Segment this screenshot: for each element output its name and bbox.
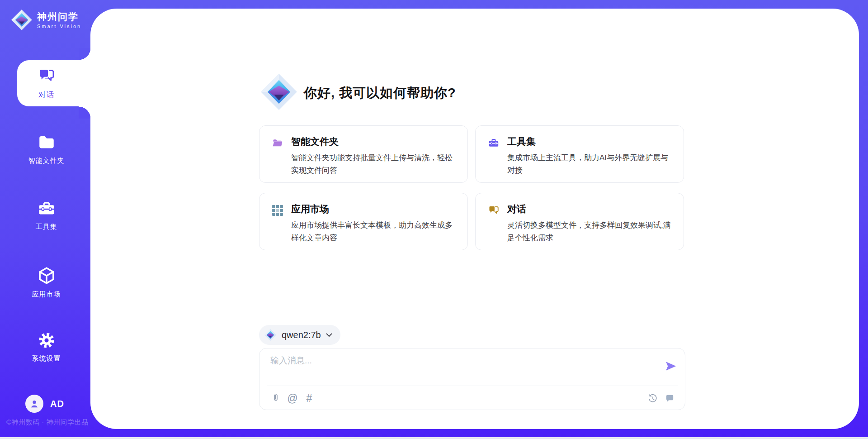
main-panel: 你好, 我可以如何帮助你? 智能文件夹 智能文件夹功能支持批量文件上传与清洗，轻… [90, 9, 859, 429]
brand-name: 神州问学 [37, 11, 81, 23]
toolbox-icon [37, 199, 56, 218]
user-account[interactable]: AD [25, 395, 64, 413]
sidebar-item-label: 智能文件夹 [0, 157, 93, 165]
attach-button[interactable] [270, 393, 281, 404]
user-initials: AD [50, 399, 64, 409]
hash-icon: # [307, 393, 312, 404]
model-selector[interactable]: qwen2:7b [259, 325, 340, 345]
toolbox-icon [488, 137, 500, 149]
sidebar-item-label: 工具集 [0, 223, 93, 231]
new-chat-button[interactable] [664, 393, 675, 404]
chevron-down-icon [326, 333, 332, 337]
brand-diamond-icon [260, 73, 298, 111]
card-description: 集成市场上主流工具，助力AI与外界无缝扩展与对接 [507, 152, 673, 177]
chat-icon [488, 205, 500, 216]
sidebar-item-smart-folder[interactable]: 智能文件夹 [0, 133, 93, 165]
brand-subtitle: Smart Vision [37, 24, 81, 29]
composer-divider [267, 386, 678, 386]
card-app-market[interactable]: 应用市场 应用市场提供丰富长文本模板，助力高效生成多样化文章内容 [259, 193, 468, 250]
chat-icon [38, 67, 56, 85]
tab-fillet-bottom [79, 106, 91, 119]
history-icon [647, 393, 658, 404]
model-diamond-icon [264, 329, 277, 341]
sidebar-item-label: 应用市场 [0, 290, 93, 299]
folder-open-icon [272, 137, 283, 149]
sidebar-item-settings[interactable]: 系统设置 [0, 331, 93, 363]
grid-icon [272, 205, 283, 216]
history-button[interactable] [647, 393, 658, 404]
copyright-footer: ©神州数码 · 神州问学出品 [6, 418, 88, 427]
brand-diamond-icon [11, 9, 33, 31]
mention-button[interactable]: @ [287, 393, 298, 404]
card-title: 应用市场 [291, 203, 457, 215]
chat-bubble-icon [665, 393, 675, 404]
bottom-edge-strip [0, 437, 868, 439]
greeting-title: 你好, 我可以如何帮助你? [304, 83, 456, 102]
cube-icon [37, 266, 57, 286]
card-description: 灵活切换多模型文件，支持多样回复效果调试,满足个性化需求 [507, 219, 673, 244]
card-toolset[interactable]: 工具集 集成市场上主流工具，助力AI与外界无缝扩展与对接 [475, 125, 684, 183]
at-icon: @ [287, 393, 297, 404]
sidebar-item-label: 系统设置 [0, 354, 93, 363]
sidebar-item-toolset[interactable]: 工具集 [0, 199, 93, 231]
composer-tools-left: @ # [270, 393, 315, 404]
feature-cards: 智能文件夹 智能文件夹功能支持批量文件上传与清洗，轻松实现文件问答 工具集 集成… [259, 125, 684, 250]
gear-icon [37, 331, 56, 350]
card-chat[interactable]: 对话 灵活切换多模型文件，支持多样回复效果调试,满足个性化需求 [475, 193, 684, 250]
composer-tools-right [647, 393, 675, 404]
sidebar-item-chat[interactable]: 对话 [0, 67, 93, 100]
model-name: qwen2:7b [282, 330, 321, 340]
tab-fillet-top [79, 48, 91, 60]
message-composer: @ # [259, 348, 685, 410]
brand-logo: 神州问学 Smart Vision [11, 9, 81, 31]
sidebar: 神州问学 Smart Vision 对话 智能文件夹 工具集 应用市场 系统设置 [0, 0, 93, 439]
card-title: 对话 [507, 203, 673, 215]
paperclip-icon [270, 393, 281, 404]
person-icon [28, 398, 40, 410]
send-button[interactable] [664, 359, 678, 373]
message-input[interactable] [270, 355, 659, 383]
hashtag-button[interactable]: # [304, 393, 315, 404]
sidebar-item-label: 对话 [0, 90, 93, 100]
card-description: 应用市场提供丰富长文本模板，助力高效生成多样化文章内容 [291, 219, 457, 244]
avatar [25, 395, 43, 413]
card-description: 智能文件夹功能支持批量文件上传与清洗，轻松实现文件问答 [291, 152, 457, 177]
card-title: 工具集 [507, 135, 673, 148]
app-window: 你好, 我可以如何帮助你? 智能文件夹 智能文件夹功能支持批量文件上传与清洗，轻… [0, 0, 868, 439]
sidebar-item-app-market[interactable]: 应用市场 [0, 266, 93, 299]
send-icon [664, 359, 678, 373]
card-title: 智能文件夹 [291, 135, 457, 148]
card-smart-folder[interactable]: 智能文件夹 智能文件夹功能支持批量文件上传与清洗，轻松实现文件问答 [259, 125, 468, 183]
folder-icon [37, 133, 56, 152]
